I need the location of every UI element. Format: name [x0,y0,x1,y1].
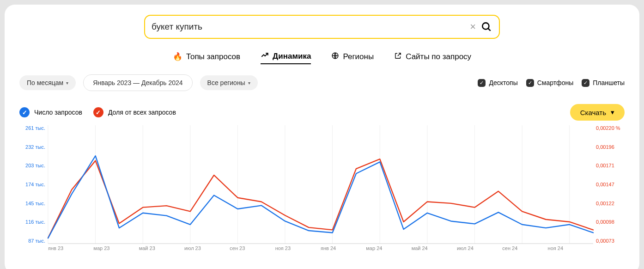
legend-item-share[interactable]: ✓ Доля от всех запросов [93,107,176,117]
tabs: 🔥 Топы запросов Динамика Регионы Сайты п… [19,51,625,64]
chevron-down-icon: ▾ [248,80,250,86]
x-tick: май 24 [412,245,457,255]
search-input[interactable] [152,22,465,32]
tab-label: Сайты по запросу [406,52,471,61]
svg-line-1 [488,28,490,31]
device-checks: ✓Десктопы ✓Смартфоны ✓Планшеты [478,79,625,87]
legend-item-requests[interactable]: ✓ Число запросов [19,107,82,117]
x-tick: янв 24 [321,245,366,255]
y-tick-right: 0,00196 [596,144,625,150]
tab-tops[interactable]: 🔥 Топы запросов [173,51,240,64]
check-circle-icon: ✓ [19,107,30,117]
tab-sites[interactable]: Сайты по запросу [394,51,471,64]
check-label: Смартфоны [537,79,574,86]
y-tick-right: 0,00220 % [596,125,625,131]
tab-label: Регионы [343,52,374,61]
legend-row: ✓ Число запросов ✓ Доля от всех запросов… [19,104,625,121]
y-tick-right: 0,00171 [596,163,625,168]
x-tick: сен 23 [230,245,275,255]
y-tick-left: 145 тыс. [19,201,45,206]
tab-label: Динамика [273,52,311,61]
date-range-selector[interactable]: Январь 2023 — Декабрь 2024 [83,74,192,91]
filters-row: По месяцам ▾ Январь 2023 — Декабрь 2024 … [19,74,625,91]
svg-point-0 [482,23,489,29]
check-label: Планшеты [593,79,625,86]
y-tick-right: 0,00147 [596,182,625,187]
chevron-down-icon: ▾ [66,80,68,86]
clear-icon[interactable]: × [465,21,480,33]
y-tick-left: 232 тыс. [19,144,45,150]
search-row: × [19,15,625,39]
download-label: Скачать [580,109,606,116]
check-tablet[interactable]: ✓Планшеты [582,79,625,87]
x-tick: ноя 24 [548,245,593,255]
external-link-icon [394,52,402,62]
y-tick-left: 174 тыс. [19,182,45,187]
download-button[interactable]: Скачать ▾ [570,104,625,121]
x-tick: май 23 [139,245,184,255]
y-axis-left: 261 тыс.232 тыс.203 тыс.174 тыс.145 тыс.… [19,125,45,244]
globe-icon [331,52,339,62]
check-icon: ✓ [582,79,589,87]
trend-icon [261,51,269,61]
y-tick-left: 116 тыс. [19,219,45,225]
legend-label: Число запросов [34,109,82,116]
chart: 261 тыс.232 тыс.203 тыс.174 тыс.145 тыс.… [19,125,625,255]
y-tick-right: 0,00073 [596,238,625,244]
wordstat-card: × 🔥 Топы запросов Динамика Регионы [5,5,639,269]
y-tick-right: 0,00122 [596,201,625,206]
x-tick: янв 23 [48,245,93,255]
check-phone[interactable]: ✓Смартфоны [526,79,574,87]
legend-label: Доля от всех запросов [108,109,176,116]
y-tick-left: 203 тыс. [19,163,45,168]
chart-svg [48,125,593,244]
tab-regions[interactable]: Регионы [331,51,374,64]
check-icon: ✓ [478,79,486,87]
check-label: Десктопы [489,79,517,86]
region-selector[interactable]: Все регионы ▾ [200,75,258,90]
range-label: Январь 2023 — Декабрь 2024 [93,79,182,86]
search-bar: × [144,15,500,39]
y-tick-left: 261 тыс. [19,125,45,131]
x-tick: июл 23 [184,245,230,255]
tab-label: Топы запросов [186,52,240,61]
region-label: Все регионы [207,79,245,86]
x-tick: сен 24 [502,245,547,255]
period-selector[interactable]: По месяцам ▾ [19,75,76,90]
tab-dynamics[interactable]: Динамика [261,51,311,64]
x-axis: янв 23мар 23май 23июл 23сен 23ноя 23янв … [48,245,593,255]
x-tick: ноя 23 [275,245,321,255]
x-tick: мар 24 [366,245,411,255]
y-tick-right: 0,00098 [596,219,625,225]
period-label: По месяцам [27,79,63,86]
chevron-down-icon: ▾ [611,108,614,116]
check-circle-icon: ✓ [93,107,103,117]
y-tick-left: 87 тыс. [19,238,45,244]
check-desktop[interactable]: ✓Десктопы [478,79,517,87]
search-icon[interactable] [480,21,492,33]
x-tick: мар 23 [93,245,139,255]
plot-area [48,125,593,244]
check-icon: ✓ [526,79,534,87]
y-axis-right: 0,00220 %0,001960,001710,001470,001220,0… [596,125,625,244]
flame-icon: 🔥 [173,52,182,61]
x-tick: июл 24 [457,245,502,255]
